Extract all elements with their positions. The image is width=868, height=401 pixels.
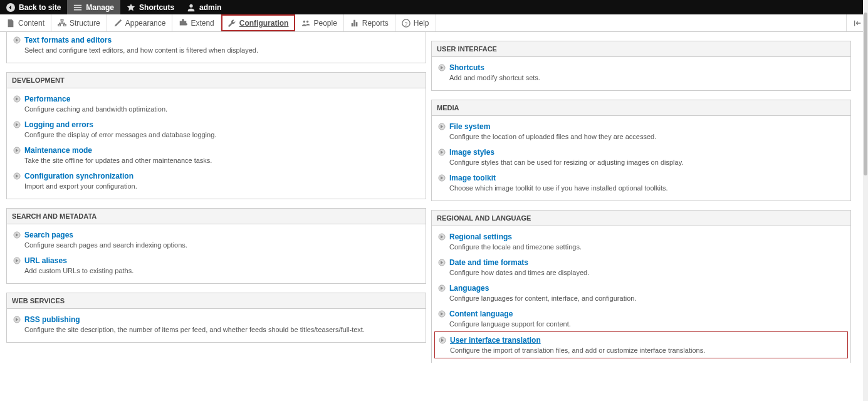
link-image-toolkit[interactable]: Image toolkit [449,174,496,182]
header-web-services: WEB SERVICES [7,293,426,309]
menu-reports-label: Reports [362,19,389,28]
user-label: admin [199,3,221,12]
top-toolbar: Back to site Manage Shortcuts admin [0,0,868,14]
header-search-metadata: SEARCH AND METADATA [7,209,426,224]
shortcuts-menu[interactable]: Shortcuts [120,0,180,14]
menu-appearance[interactable]: Appearance [107,14,173,31]
link-date-and-time-formats[interactable]: Date and time formats [449,258,528,267]
hierarchy-icon [58,19,66,28]
link-languages[interactable]: Languages [449,284,489,293]
shortcuts-label: Shortcuts [139,3,174,12]
link-image-styles[interactable]: Image styles [449,148,494,157]
menu-extend[interactable]: Extend [172,14,221,31]
link-shortcuts[interactable]: Shortcuts [449,63,484,72]
menu-structure[interactable]: Structure [51,14,107,31]
desc-image-toolkit: Choose which image toolkit to use if you… [449,184,845,192]
panel-search-metadata: SEARCH AND METADATA Search pagesConfigur… [6,208,426,284]
bullet-icon [13,36,21,44]
link-search-pages[interactable]: Search pages [24,231,73,239]
link-text-formats[interactable]: Text formats and editors [24,36,112,44]
entry-logging-and-errors: Logging and errorsConfigure the display … [7,117,426,142]
bullet-icon [13,121,21,128]
link-performance[interactable]: Performance [24,95,70,103]
menu-reports[interactable]: Reports [344,14,395,31]
wrench-icon [227,19,236,28]
scrollbar-thumb[interactable] [864,13,867,175]
menu-configuration[interactable]: Configuration [221,14,296,31]
vertical-scrollbar[interactable] [863,0,868,372]
entry-user-interface-translation: User interface translationConfigure the … [434,331,848,358]
link-user-interface-translation[interactable]: User interface translation [450,336,541,345]
desc-image-styles: Configure styles that can be used for re… [449,159,845,166]
user-menu[interactable]: admin [180,0,227,14]
link-logging-and-errors[interactable]: Logging and errors [24,120,93,129]
paintbrush-icon [113,19,122,28]
bullet-icon [438,284,446,292]
entry-search-pages: Search pagesConfigure search pages and s… [7,227,426,253]
desc-configuration-synchronization: Import and export your configuration. [24,182,421,190]
bar-chart-icon [350,19,359,28]
entry-languages: LanguagesConfigure languages for content… [432,280,850,306]
bullet-icon [439,336,446,344]
manage-label: Manage [86,3,114,12]
entry-text-formats: Text formats and editors Select and conf… [7,34,426,58]
desc-text-formats: Select and configure text editors, and h… [24,46,421,54]
hamburger-icon [73,3,82,12]
entry-maintenance-mode: Maintenance modeTake the site offline fo… [7,142,426,168]
entry-url-aliases: URL aliasesAdd custom URLs to existing p… [7,253,426,278]
desc-languages: Configure languages for content, interfa… [449,294,845,302]
header-media: MEDIA [432,100,850,116]
menu-configuration-label: Configuration [239,19,289,28]
bullet-icon [13,147,21,154]
svg-text:?: ? [404,20,407,26]
link-file-system[interactable]: File system [449,122,490,131]
star-icon [127,3,135,12]
arrow-left-icon [853,19,862,28]
desc-date-and-time-formats: Configure how dates and times are displa… [449,269,845,276]
desc-maintenance-mode: Take the site offline for updates and ot… [24,157,421,164]
panel-web-services: WEB SERVICES RSS publishingConfigure the… [6,293,426,343]
bullet-icon [13,316,21,323]
right-column: USER INTERFACE ShortcutsAdd and modify s… [431,32,851,372]
desc-performance: Configure caching and bandwidth optimiza… [24,105,421,113]
entry-regional-settings: Regional settingsConfigure the locale an… [432,229,850,254]
link-regional-settings[interactable]: Regional settings [449,232,512,241]
entry-file-system: File systemConfigure the location of upl… [432,118,850,144]
header-development: DEVELOPMENT [7,73,426,88]
admin-menu: Content Structure Appearance Extend Conf… [0,14,868,32]
back-label: Back to site [19,3,61,12]
bullet-icon [438,174,446,182]
menu-people[interactable]: People [295,14,343,31]
bullet-icon [438,64,446,71]
menu-appearance-label: Appearance [125,19,166,28]
menu-content[interactable]: Content [0,14,51,31]
header-user-interface: USER INTERFACE [432,41,850,57]
menu-people-label: People [313,19,337,28]
puzzle-icon [179,19,187,28]
people-icon [301,19,310,28]
bullet-icon [13,231,21,239]
link-url-aliases[interactable]: URL aliases [24,256,67,265]
entry-image-styles: Image stylesConfigure styles that can be… [432,144,850,170]
desc-file-system: Configure the location of uploaded files… [449,133,845,140]
back-to-site[interactable]: Back to site [0,0,67,14]
link-content-language[interactable]: Content language [449,310,513,318]
panel-content-authoring-partial: Text formats and editors Select and conf… [6,32,426,63]
entry-content-language: Content languageConfigure language suppo… [432,306,850,331]
bullet-icon [13,172,21,180]
menu-help[interactable]: ? Help [395,14,436,31]
manage-toggle[interactable]: Manage [67,0,120,14]
link-rss-publishing[interactable]: RSS publishing [24,315,80,324]
link-configuration-synchronization[interactable]: Configuration synchronization [24,172,133,180]
entry-shortcuts: ShortcutsAdd and modify shortcut sets. [432,60,850,85]
menu-structure-label: Structure [70,19,100,28]
bullet-icon [13,95,21,103]
entry-configuration-synchronization: Configuration synchronizationImport and … [7,168,426,194]
bullet-icon [438,259,446,266]
panel-development: DEVELOPMENT PerformanceConfigure caching… [6,72,426,199]
menu-extend-label: Extend [191,19,214,28]
panel-user-interface: USER INTERFACE ShortcutsAdd and modify s… [431,41,851,91]
link-maintenance-mode[interactable]: Maintenance mode [24,146,92,155]
desc-search-pages: Configure search pages and search indexi… [24,241,421,249]
entry-performance: PerformanceConfigure caching and bandwid… [7,91,426,117]
